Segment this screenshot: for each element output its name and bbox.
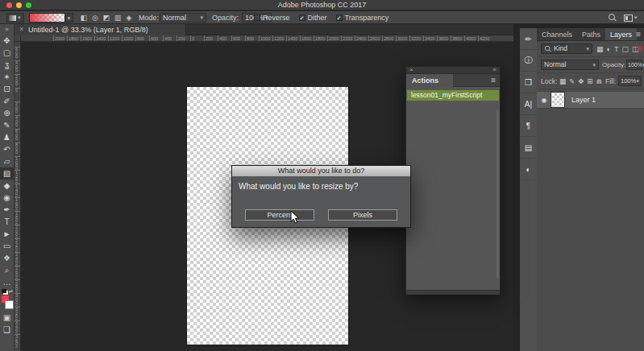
layer-name[interactable]: Layer 1 <box>571 96 596 104</box>
panel-menu-icon[interactable]: ≡ <box>491 74 496 87</box>
ruler-tick: 400 <box>15 60 20 74</box>
hand-tool[interactable]: ❖ <box>0 252 14 264</box>
dither-checkbox[interactable]: ✓ Dither <box>299 14 327 22</box>
healing-brush-tool[interactable]: ⊕ <box>0 107 14 119</box>
fill-label: Fill: <box>605 77 616 85</box>
lock-transparency-icon[interactable]: ▦ <box>559 76 566 86</box>
info-panel-icon[interactable]: ⓘ <box>520 50 537 72</box>
checkbox-box[interactable]: ✓ <box>299 14 305 21</box>
layer-comps-panel-icon[interactable]: ▤ <box>520 137 537 159</box>
reverse-checkbox[interactable]: Reverse <box>254 14 290 22</box>
brush-settings-panel-icon[interactable]: ✏ <box>520 28 537 50</box>
lasso-tool[interactable]: ʓ <box>0 59 14 71</box>
transparency-checkbox[interactable]: ✓ Transparency <box>336 14 389 22</box>
filter-adjustment-layers-icon[interactable]: ◐ <box>607 44 611 54</box>
tab-channels[interactable]: Channels <box>537 28 577 40</box>
dodge-tool[interactable]: ◉ <box>0 192 14 204</box>
search-icon[interactable] <box>609 14 616 21</box>
toolbar-collapse-icon[interactable]: » <box>0 24 14 35</box>
default-colors-icon[interactable] <box>2 289 6 293</box>
filter-type-layers-icon[interactable]: T <box>614 44 619 54</box>
swap-colors-icon[interactable]: ⇄ <box>9 288 13 294</box>
blur-tool[interactable]: ◆ <box>0 180 14 192</box>
adjustments-panel-icon[interactable]: ◐ <box>520 159 537 180</box>
layer-thumbnail[interactable] <box>551 93 564 107</box>
radial-gradient-button[interactable]: ◎ <box>90 13 100 23</box>
magic-wand-tool[interactable]: ✶ <box>0 71 14 83</box>
lock-position-icon[interactable]: ✥ <box>578 76 584 86</box>
screen-mode-button[interactable]: ❑ <box>0 324 14 336</box>
close-panel-icon[interactable]: × <box>409 66 413 73</box>
lock-row: Lock: ▦✎✥⊞⋒ Fill: 100% ▾ <box>537 73 644 89</box>
character-panel-icon[interactable]: A| <box>520 93 537 115</box>
gradient-preview[interactable] <box>29 13 65 23</box>
checkbox-box[interactable] <box>254 14 260 21</box>
layer-row[interactable]: ◉ Layer 1 <box>537 91 644 109</box>
tab-paths[interactable]: Paths <box>577 28 605 40</box>
paragraph-panel-icon[interactable]: ¶ <box>520 115 537 137</box>
linear-gradient-button[interactable]: ◧ <box>79 13 89 23</box>
tab-actions[interactable]: Actions <box>406 74 453 87</box>
type-tool[interactable]: T <box>0 216 14 228</box>
layer-visibility-icon[interactable]: ◉ <box>537 97 551 104</box>
lock-artboard-icon[interactable]: ⊞ <box>587 76 592 86</box>
background-color-swatch[interactable] <box>5 300 14 309</box>
ruler-tick: 1400 <box>94 35 108 41</box>
diamond-gradient-button[interactable]: ◈ <box>124 13 134 23</box>
action-item-lesson01[interactable]: lesson01_myFirstScript <box>407 90 499 101</box>
ruler-tick: 800 <box>15 142 20 156</box>
crop-tool[interactable]: ⊡ <box>0 83 14 95</box>
checkbox-box[interactable]: ✓ <box>336 14 343 21</box>
pen-tool[interactable]: ✒ <box>0 204 14 216</box>
tools-lower: ◆◉✒T►▭❖⌕… <box>0 180 14 288</box>
zoom-tool[interactable]: ⌕ <box>0 264 14 276</box>
chevron-down-icon: ▾ <box>586 44 589 53</box>
layer-opacity-select[interactable]: 100% ▾ <box>626 60 642 70</box>
panel-menu-icon[interactable]: ≡ <box>636 28 641 41</box>
quick-mask-button[interactable]: ▣ <box>0 312 14 324</box>
edit-toolbar-button[interactable]: … <box>0 276 14 288</box>
color-swatches: ⇄ <box>0 289 14 312</box>
lock-image-icon[interactable]: ✎ <box>569 76 575 86</box>
ruler-tick: 0 <box>15 88 20 101</box>
gradient-tool[interactable]: ▧ <box>0 167 14 180</box>
fill-value: 100% <box>621 76 636 85</box>
search-icon <box>545 46 551 52</box>
filter-shape-layers-icon[interactable]: ▢ <box>621 44 629 54</box>
ruler-tick: 2800 <box>15 279 20 293</box>
tool-preset-picker[interactable]: ▾ <box>6 13 24 23</box>
rectangular-marquee-tool[interactable]: ▢ <box>0 47 14 59</box>
fill-select[interactable]: 100% ▾ <box>618 76 642 86</box>
eraser-tool[interactable]: ▱ <box>0 155 14 167</box>
ruler-tick: 800 <box>245 35 259 41</box>
filter-toggle-icon[interactable] <box>638 46 642 51</box>
blend-mode-select[interactable]: Normal ▾ <box>541 60 599 70</box>
path-selection-tool[interactable]: ► <box>0 228 14 240</box>
filter-kind-select[interactable]: Kind ▾ <box>541 43 592 54</box>
lock-all-icon[interactable]: ⋒ <box>596 76 601 86</box>
pixels-button[interactable]: Pixels <box>328 209 397 221</box>
ruler-tick: 200 <box>177 35 190 41</box>
gradient-picker-arrow[interactable]: ▾ <box>65 13 73 23</box>
scrollbar[interactable] <box>497 109 499 279</box>
collapse-panel-icon[interactable]: « <box>493 66 497 73</box>
history-brush-tool[interactable]: ↶ <box>0 143 14 155</box>
close-tab-icon[interactable]: × <box>19 25 23 33</box>
ruler-tick: 1000 <box>259 35 272 41</box>
brush-tool[interactable]: ✎ <box>0 119 14 131</box>
angle-gradient-button[interactable]: ◩ <box>102 13 111 23</box>
mode-select[interactable]: Normal ▾ <box>160 13 206 23</box>
reflected-gradient-button[interactable]: ▥ <box>113 13 123 23</box>
tab-layers[interactable]: Layers <box>605 28 637 40</box>
document-tab[interactable]: × Untitled-1 @ 33.3% (Layer 1, RGB/8) <box>15 24 186 35</box>
move-tool[interactable]: ✥ <box>0 35 14 47</box>
filter-pixel-layers-icon[interactable]: ▦ <box>596 44 604 54</box>
eyedropper-tool[interactable]: ✐ <box>0 95 14 107</box>
percent-button[interactable]: Percent <box>245 209 314 221</box>
shape-tool[interactable]: ▭ <box>0 240 14 252</box>
clone-source-panel-icon[interactable]: ❐ <box>520 72 537 93</box>
ruler-tick: 3400 <box>423 35 437 41</box>
ruler-tick: 400 <box>218 35 231 41</box>
clone-stamp-tool[interactable]: ♟ <box>0 131 14 143</box>
workspace-switcher[interactable]: ▾ <box>624 13 640 23</box>
